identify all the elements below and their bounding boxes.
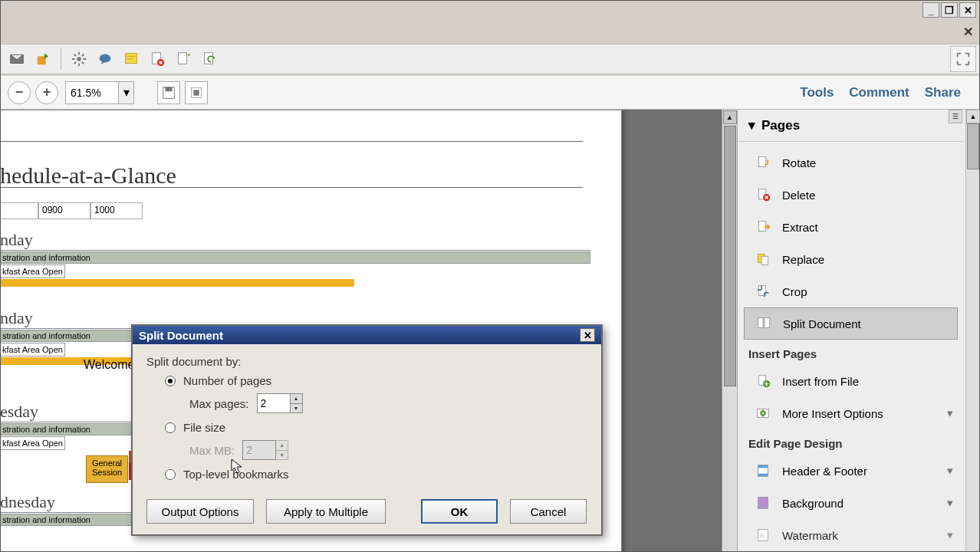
- svg-rect-14: [759, 222, 766, 232]
- crop-icon: [753, 281, 773, 301]
- delete-icon: [753, 185, 773, 205]
- fullscreen-icon[interactable]: [950, 46, 976, 72]
- chevron-down-icon: ▾: [748, 117, 755, 133]
- zoom-dropdown-icon[interactable]: ▾: [119, 81, 134, 104]
- insert-file-icon: [753, 371, 773, 391]
- svg-point-0: [77, 57, 81, 61]
- svg-rect-26: [758, 465, 768, 468]
- day-heading: nday: [1, 230, 590, 251]
- time-header-row: 0900 1000: [1, 202, 143, 219]
- page-title: hedule-at-a-Glance: [1, 163, 176, 189]
- minimize-button[interactable]: _: [922, 2, 939, 18]
- panel-item-crop[interactable]: Crop: [738, 275, 964, 307]
- svg-rect-16: [761, 256, 768, 264]
- panel-item-split-document[interactable]: Split Document: [744, 307, 958, 340]
- registration-row: stration and information: [1, 251, 590, 264]
- svg-rect-11: [759, 157, 766, 167]
- page-refresh-icon[interactable]: [196, 46, 222, 72]
- spinner-up-icon[interactable]: ▲: [291, 394, 302, 404]
- svg-rect-2: [126, 54, 137, 64]
- watermark-icon: A: [753, 525, 773, 545]
- split-document-dialog: Split Document ✕ Split document by: Numb…: [131, 324, 603, 536]
- panel-item-background[interactable]: Background ▾: [738, 487, 964, 519]
- max-mb-input: [242, 440, 276, 460]
- panel-scrollbar[interactable]: ▲: [965, 110, 979, 551]
- svg-point-1: [100, 54, 111, 63]
- svg-rect-28: [758, 498, 768, 509]
- extract-icon: [753, 217, 773, 237]
- page-delete-icon[interactable]: [144, 46, 170, 72]
- spinner-down-icon: ▼: [276, 451, 288, 460]
- document-scrollbar[interactable]: ▲: [722, 110, 737, 551]
- radio-icon: [165, 422, 176, 433]
- insert-pages-heading: Insert Pages: [738, 340, 964, 365]
- svg-rect-5: [179, 53, 187, 64]
- rotate-icon: [753, 153, 773, 172]
- gear-icon[interactable]: [66, 46, 92, 72]
- spinner-up-icon: ▲: [276, 441, 288, 451]
- output-options-button[interactable]: Output Options: [146, 499, 254, 524]
- chevron-down-icon[interactable]: ▾: [947, 528, 953, 542]
- comment-bubble-icon[interactable]: [92, 46, 118, 72]
- highlight-icon[interactable]: [118, 46, 144, 72]
- zoom-toolbar: − + 61.5% ▾ Tools Comment Share: [1, 76, 979, 110]
- panel-item-watermark[interactable]: A Watermark ▾: [738, 519, 964, 551]
- document-viewport[interactable]: hedule-at-a-Glance 0900 1000 nday strati…: [1, 110, 737, 551]
- max-pages-spinner[interactable]: ▲ ▼: [291, 393, 303, 413]
- dialog-prompt: Split document by:: [146, 355, 587, 368]
- page-add-icon[interactable]: [170, 46, 196, 72]
- save-view-icon[interactable]: [157, 81, 180, 104]
- breakfast-row: kfast Area Open: [1, 436, 65, 450]
- spinner-down-icon[interactable]: ▼: [291, 404, 302, 413]
- panel-item-extract[interactable]: Extract: [738, 211, 964, 243]
- zoom-input[interactable]: 61.5%: [65, 81, 119, 104]
- radio-icon: [165, 376, 176, 386]
- dialog-titlebar[interactable]: Split Document ✕: [133, 326, 601, 344]
- panel-item-replace[interactable]: Replace: [738, 243, 964, 275]
- tab-close-icon[interactable]: ✕: [961, 25, 975, 39]
- radio-file-size[interactable]: File size: [165, 421, 587, 434]
- mail-icon[interactable]: [4, 46, 30, 72]
- max-pages-label: Max pages:: [189, 397, 249, 410]
- share-panel-link[interactable]: Share: [925, 85, 961, 100]
- panel-item-rotate[interactable]: Rotate: [738, 146, 964, 179]
- ok-button[interactable]: OK: [421, 499, 498, 524]
- replace-icon: [753, 249, 773, 269]
- share-page-icon[interactable]: [30, 46, 56, 72]
- svg-rect-8: [165, 87, 172, 91]
- panel-item-header-footer[interactable]: Header & Footer ▾: [738, 455, 964, 487]
- tools-panel: ☰ ▲ ▾ Pages Rotate Delete: [737, 110, 979, 551]
- panel-options-icon[interactable]: ☰: [949, 110, 962, 123]
- breakfast-row: kfast Area Open: [1, 343, 65, 356]
- chevron-down-icon[interactable]: ▾: [947, 496, 953, 510]
- fit-page-icon[interactable]: [185, 81, 208, 104]
- tools-panel-link[interactable]: Tools: [800, 85, 834, 100]
- cancel-button[interactable]: Cancel: [510, 499, 587, 524]
- svg-rect-10: [193, 90, 199, 95]
- close-button[interactable]: ✕: [959, 2, 976, 18]
- panel-item-insert-from-file[interactable]: Insert from File: [738, 365, 964, 397]
- scroll-thumb[interactable]: [724, 126, 736, 386]
- radio-top-level-bookmarks[interactable]: Top-level bookmarks: [165, 468, 587, 481]
- pages-panel-header[interactable]: ▾ Pages: [738, 110, 964, 142]
- background-icon: [753, 493, 773, 513]
- scroll-up-icon[interactable]: ▲: [723, 110, 737, 124]
- restore-button[interactable]: ❐: [941, 2, 958, 18]
- general-session-block: General Session: [86, 455, 128, 483]
- chevron-down-icon[interactable]: ▾: [947, 464, 953, 478]
- scroll-up-icon[interactable]: ▲: [966, 110, 980, 123]
- svg-rect-19: [765, 318, 769, 328]
- dialog-close-button[interactable]: ✕: [580, 328, 595, 342]
- comment-panel-link[interactable]: Comment: [849, 85, 909, 100]
- edit-page-design-heading: Edit Page Design: [738, 429, 964, 455]
- zoom-in-button[interactable]: +: [35, 81, 58, 104]
- radio-number-of-pages[interactable]: Number of pages: [165, 374, 587, 387]
- max-mb-spinner: ▲ ▼: [276, 440, 288, 460]
- zoom-out-button[interactable]: −: [8, 81, 31, 104]
- chevron-down-icon[interactable]: ▾: [947, 406, 953, 420]
- panel-item-more-insert-options[interactable]: More Insert Options ▾: [738, 397, 964, 429]
- scroll-thumb[interactable]: [967, 123, 979, 169]
- apply-to-multiple-button[interactable]: Apply to Multiple: [266, 499, 386, 524]
- panel-item-delete[interactable]: Delete: [738, 179, 964, 211]
- max-pages-input[interactable]: [257, 393, 291, 413]
